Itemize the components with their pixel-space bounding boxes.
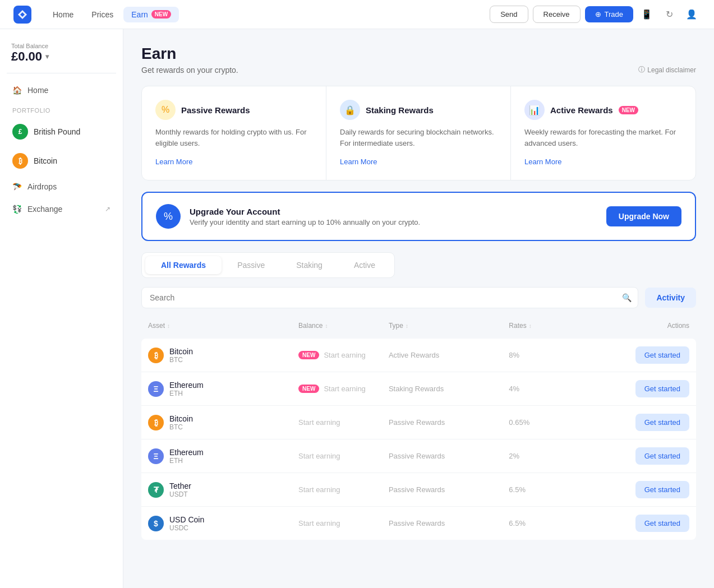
rates-sort-icon[interactable]: ↕ (529, 323, 532, 329)
nav-prices[interactable]: Prices (84, 7, 121, 22)
asset-name-1: Ethereum (169, 381, 204, 390)
asset-new-badge-1: NEW (298, 385, 319, 393)
table-row: ₿ Bitcoin BTC Start earning Passive Rewa… (141, 406, 696, 439)
info-cards: % Passive Rewards Monthly rewards for ho… (141, 86, 696, 180)
asset-balance-4: Start earning (298, 485, 389, 494)
sidebar-item-home[interactable]: 🏠 Home (7, 80, 116, 100)
asset-info-5: $ USD Coin USDC (148, 515, 298, 532)
asset-name-5: USD Coin (169, 515, 204, 524)
table-row: ₮ Tether USDT Start earning Passive Rewa… (141, 473, 696, 507)
upgrade-text: Upgrade Your Account Verify your identit… (190, 207, 597, 226)
exchange-icon: 💱 (12, 205, 22, 214)
tab-staking[interactable]: Staking (280, 256, 338, 274)
asset-action-4: Get started (599, 481, 689, 498)
asset-icon-3: Ξ (148, 448, 164, 464)
search-icon: 🔍 (622, 293, 632, 302)
balance-amount: £0.00 ▾ (11, 49, 112, 64)
get-started-button-3[interactable]: Get started (635, 447, 689, 465)
asset-name-group-4: Tether USDT (169, 481, 191, 498)
search-activity-row: 🔍 Activity (141, 287, 696, 308)
sidebar-item-exchange[interactable]: 💱 Exchange ↗ (7, 199, 116, 219)
home-icon: 🏠 (12, 86, 22, 95)
get-started-button-5[interactable]: Get started (635, 515, 689, 532)
search-box: 🔍 (141, 287, 638, 308)
app-layout: Total Balance £0.00 ▾ 🏠 Home Portfolio £… (0, 29, 714, 588)
asset-rate-4: 6.5% (509, 485, 599, 494)
sidebar-item-airdrops[interactable]: 🪂 Airdrops (7, 177, 116, 197)
trade-button[interactable]: ⊕ Trade (585, 6, 633, 22)
asset-name-4: Tether (169, 481, 191, 490)
table-header: Asset ↕ Balance ↕ Type ↕ Rates ↕ Actions (141, 317, 696, 334)
balance-sort-icon[interactable]: ↕ (325, 323, 328, 329)
passive-rewards-card: % Passive Rewards Monthly rewards for ho… (142, 86, 326, 180)
balance-text-4: Start earning (298, 485, 340, 494)
asset-action-3: Get started (599, 447, 689, 465)
table-row: $ USD Coin USDC Start earning Passive Re… (141, 507, 696, 540)
asset-name-group-3: Ethereum ETH (169, 448, 204, 465)
asset-sort-icon[interactable]: ↕ (167, 323, 170, 329)
nav-earn[interactable]: Earn NEW (123, 7, 179, 22)
get-started-button-2[interactable]: Get started (635, 414, 689, 431)
col-header-asset: Asset ↕ (148, 322, 298, 330)
table-row: Ξ Ethereum ETH NEW Start earning Staking… (141, 372, 696, 406)
asset-symbol-2: BTC (169, 423, 193, 431)
app-logo[interactable] (13, 6, 31, 24)
asset-balance-0: NEW Start earning (298, 351, 389, 359)
tab-passive[interactable]: Passive (222, 256, 280, 274)
asset-icon-1: Ξ (148, 381, 164, 397)
asset-type-2: Passive Rewards (389, 418, 509, 427)
get-started-button-4[interactable]: Get started (635, 481, 689, 498)
type-sort-icon[interactable]: ↕ (406, 323, 408, 329)
asset-symbol-0: BTC (169, 356, 193, 364)
legal-disclaimer[interactable]: ⓘ Legal disclaimer (638, 65, 696, 75)
balance-chevron-icon[interactable]: ▾ (45, 53, 49, 61)
asset-rate-3: 2% (509, 452, 599, 460)
asset-balance-3: Start earning (298, 452, 389, 460)
profile-icon[interactable]: 👤 (683, 6, 701, 24)
nav-home[interactable]: Home (45, 7, 81, 22)
refresh-icon[interactable]: ↻ (660, 6, 678, 24)
asset-icon-5: $ (148, 516, 164, 531)
upgrade-now-button[interactable]: Upgrade Now (606, 206, 681, 226)
main-content: Earn Get rewards on your crypto. ⓘ Legal… (123, 29, 714, 588)
rewards-tabs: All Rewards Passive Staking Active (141, 252, 395, 278)
nav-links: Home Prices Earn NEW (45, 7, 490, 22)
passive-learn-more[interactable]: Learn More (155, 158, 192, 166)
tab-active[interactable]: Active (338, 256, 391, 274)
sidebar: Total Balance £0.00 ▾ 🏠 Home Portfolio £… (0, 29, 123, 588)
tab-all-rewards[interactable]: All Rewards (145, 256, 222, 274)
upgrade-icon: % (156, 204, 181, 229)
earn-new-badge: NEW (151, 10, 171, 18)
mobile-icon[interactable]: 📱 (638, 6, 656, 24)
sidebar-item-gbp[interactable]: £ British Pound (7, 118, 116, 145)
activity-button[interactable]: Activity (645, 288, 696, 308)
balance-text-0: Start earning (324, 351, 365, 359)
asset-name-0: Bitcoin (169, 347, 193, 356)
active-rewards-icon: 📊 (524, 100, 545, 120)
col-header-rates: Rates ↕ (509, 322, 599, 330)
balance-text-1: Start earning (324, 385, 365, 393)
upgrade-banner: % Upgrade Your Account Verify your ident… (141, 192, 696, 241)
send-button[interactable]: Send (490, 6, 528, 23)
asset-rate-5: 6.5% (509, 519, 599, 527)
receive-button[interactable]: Receive (533, 6, 581, 23)
staking-learn-more[interactable]: Learn More (340, 158, 377, 166)
asset-symbol-4: USDT (169, 490, 191, 498)
asset-new-badge-0: NEW (298, 351, 319, 359)
btc-coin-icon: ₿ (12, 153, 28, 169)
asset-name-group-5: USD Coin USDC (169, 515, 204, 532)
asset-action-5: Get started (599, 515, 689, 532)
portfolio-section-label: Portfolio (7, 103, 116, 116)
asset-info-3: Ξ Ethereum ETH (148, 448, 298, 465)
search-input[interactable] (141, 287, 638, 308)
get-started-button-1[interactable]: Get started (635, 380, 689, 397)
asset-name-group-2: Bitcoin BTC (169, 414, 193, 431)
sidebar-item-bitcoin[interactable]: ₿ Bitcoin (7, 147, 116, 174)
get-started-button-0[interactable]: Get started (635, 346, 689, 364)
balance-section: Total Balance £0.00 ▾ (7, 38, 116, 73)
active-learn-more[interactable]: Learn More (524, 158, 561, 166)
active-rewards-card: 📊 Active Rewards NEW Weekly rewards for … (511, 86, 695, 180)
staking-rewards-card: 🔒 Staking Rewards Daily rewards for secu… (326, 86, 511, 180)
asset-type-3: Passive Rewards (389, 452, 509, 460)
passive-card-header: % Passive Rewards (155, 100, 312, 120)
